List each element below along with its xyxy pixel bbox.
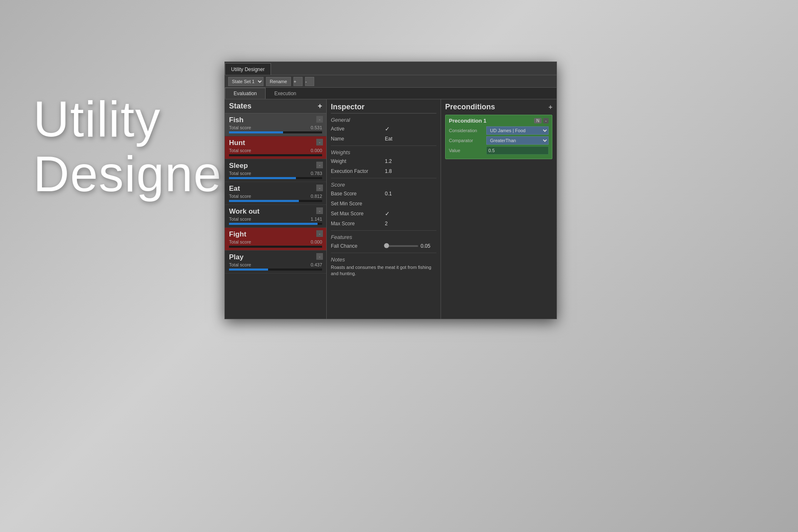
states-add-icon[interactable]: +	[318, 102, 322, 111]
rename-button[interactable]: Rename	[266, 77, 291, 86]
title-line2: Designer	[33, 146, 239, 202]
app-title: Utility Designer	[33, 91, 239, 201]
inspector-column: Inspector General Active ✓ Name Eat Weig…	[327, 99, 441, 319]
state-set-select[interactable]: State Set 1	[228, 77, 264, 86]
state-minus-1[interactable]: -	[316, 139, 323, 145]
eval-tabs: Evaluation Execution	[225, 88, 557, 99]
precondition-title: Precondition 1	[449, 118, 486, 124]
badge-minus[interactable]: -	[543, 118, 549, 123]
remove-state-set-button[interactable]: -	[305, 77, 314, 86]
field-weight: Weight 1.2	[331, 157, 436, 165]
state-item-work-out[interactable]: Work out Total score 1.141 -	[225, 205, 326, 228]
precondition-consideration: Consideration UD James | Food	[449, 126, 549, 135]
state-minus-2[interactable]: -	[316, 162, 323, 168]
field-fall-chance: Fall Chance 0.05	[331, 242, 436, 250]
section-notes: Notes	[331, 256, 436, 263]
section-general: General	[331, 117, 436, 123]
state-minus-3[interactable]: -	[316, 185, 323, 191]
section-features: Features	[331, 234, 436, 240]
states-column: States + Fish Total score 0.531 - Hunt T…	[225, 99, 327, 319]
preconditions-title: Preconditions	[445, 103, 495, 111]
content-area: States + Fish Total score 0.531 - Hunt T…	[225, 99, 557, 319]
tab-execution[interactable]: Execution	[266, 88, 305, 99]
states-list[interactable]: Fish Total score 0.531 - Hunt Total scor…	[225, 113, 326, 319]
tab-evaluation[interactable]: Evaluation	[225, 88, 266, 99]
toolbar: State Set 1 Rename + -	[225, 75, 557, 88]
field-base-score: Base Score 0.1	[331, 190, 436, 198]
states-title: States	[229, 102, 251, 111]
title-line1: Utility	[33, 91, 161, 147]
preconditions-add-icon[interactable]: +	[549, 103, 552, 111]
state-minus-5[interactable]: -	[316, 230, 323, 237]
tab-bar: Utility Designer	[225, 62, 557, 75]
add-state-set-button[interactable]: +	[293, 77, 303, 86]
precondition-comparator: Comparator GreaterThan	[449, 136, 549, 145]
consideration-select[interactable]: UD James | Food	[486, 126, 549, 135]
main-panel: Utility Designer State Set 1 Rename + - …	[224, 62, 557, 319]
state-minus-4[interactable]: -	[316, 207, 323, 214]
field-max-score: Max Score 2	[331, 219, 436, 228]
fall-chance-slider[interactable]: 0.05	[385, 243, 430, 249]
preconditions-header: Preconditions +	[445, 103, 552, 111]
preconditions-column: Preconditions + Precondition 1 N - Consi…	[441, 99, 557, 319]
field-name: Name Eat	[331, 135, 436, 143]
inspector-header: Inspector	[331, 103, 436, 113]
state-item-fish[interactable]: Fish Total score 0.531 -	[225, 113, 326, 136]
state-minus-0[interactable]: -	[316, 116, 323, 123]
comparator-select[interactable]: GreaterThan	[486, 136, 549, 145]
state-item-hunt[interactable]: Hunt Total score 0.000 -	[225, 136, 326, 159]
state-item-eat[interactable]: Eat Total score 0.812 -	[225, 182, 326, 205]
badge-n[interactable]: N	[534, 118, 541, 123]
field-execution-factor: Execution Factor 1.8	[331, 167, 436, 175]
section-weights: Weights	[331, 149, 436, 155]
precondition-card-1: Precondition 1 N - Consideration UD Jame…	[445, 115, 552, 159]
state-item-sleep[interactable]: Sleep Total score 0.783 -	[225, 159, 326, 182]
value-input[interactable]	[486, 146, 549, 155]
states-header: States +	[225, 99, 326, 113]
section-score: Score	[331, 182, 436, 188]
notes-text: Roasts and consumes the meat it got from…	[331, 264, 436, 277]
state-item-fight[interactable]: Fight Total score 0.000 -	[225, 228, 326, 251]
field-set-min-score: Set Min Score	[331, 200, 436, 208]
state-item-play[interactable]: Play Total score 0.437 -	[225, 251, 326, 273]
field-set-max-score: Set Max Score ✓	[331, 209, 436, 218]
precondition-value: Value	[449, 146, 549, 155]
tab-utility-designer[interactable]: Utility Designer	[225, 63, 271, 75]
field-active: Active ✓	[331, 125, 436, 133]
state-minus-6[interactable]: -	[316, 253, 323, 260]
